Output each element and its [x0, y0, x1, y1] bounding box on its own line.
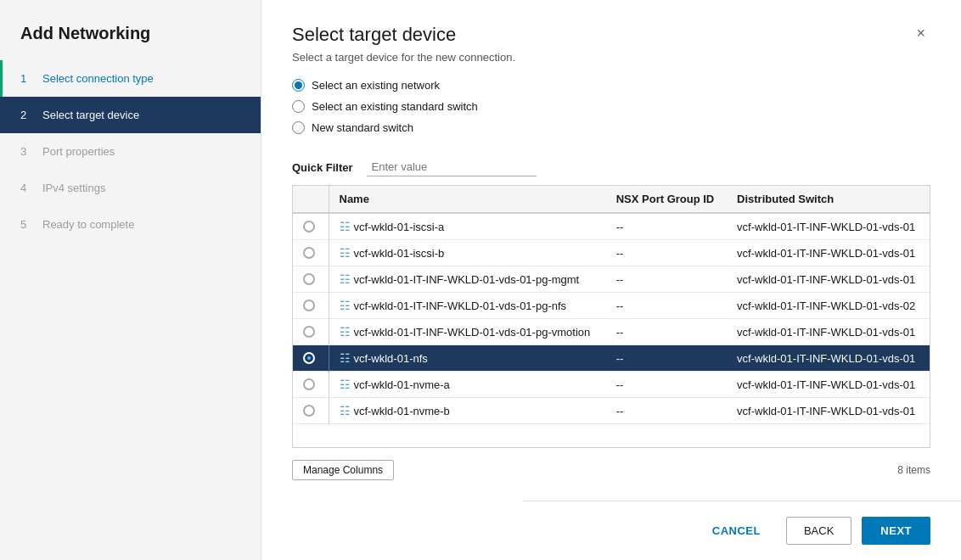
row-nsx: --	[606, 372, 727, 398]
table-footer: Manage Columns 8 items	[292, 453, 930, 480]
items-count: 8 items	[897, 464, 930, 476]
step-label: IPv4 settings	[42, 182, 105, 194]
row-nsx: --	[606, 345, 727, 372]
row-nsx: --	[606, 240, 727, 266]
table-row[interactable]: ☷ vcf-wkld-01-IT-INF-WKLD-01-vds-01-pg-m…	[293, 266, 930, 293]
table-row[interactable]: ☷ vcf-wkld-01-iscsi-b -- vcf-wkld-01-IT-…	[293, 240, 930, 266]
row-radio-cell	[293, 293, 325, 319]
row-name: ☷ vcf-wkld-01-iscsi-a	[329, 213, 606, 240]
network-icon: ☷	[340, 272, 354, 286]
sidebar: Add Networking 1Select connection type2S…	[0, 0, 261, 560]
row-name: ☷ vcf-wkld-01-iscsi-b	[329, 240, 606, 266]
filter-label: Quick Filter	[292, 161, 353, 174]
row-radio[interactable]	[303, 247, 315, 259]
back-button[interactable]: BACK	[786, 517, 851, 545]
radio-group: Select an existing networkSelect an exis…	[292, 79, 930, 143]
row-nsx: --	[606, 293, 727, 319]
row-radio[interactable]	[303, 221, 315, 232]
step-label: Ready to complete	[42, 218, 134, 231]
step-label: Select connection type	[42, 72, 154, 85]
row-nsx: --	[606, 319, 727, 345]
page-title: Select target device	[292, 24, 456, 46]
network-icon: ☷	[340, 404, 354, 417]
row-switch: vcf-wkld-01-IT-INF-WKLD-01-vds-02	[727, 293, 930, 319]
row-switch: vcf-wkld-01-IT-INF-WKLD-01-vds-01	[727, 240, 930, 266]
network-table: Name NSX Port Group ID Distributed Switc…	[293, 186, 930, 424]
filter-input[interactable]	[367, 158, 537, 176]
radio-input-0[interactable]	[292, 79, 305, 92]
col-nsx: NSX Port Group ID	[606, 186, 727, 213]
row-radio-cell	[293, 398, 325, 424]
row-name: ☷ vcf-wkld-01-IT-INF-WKLD-01-vds-01-pg-n…	[329, 293, 606, 319]
row-nsx: --	[606, 213, 727, 240]
sidebar-step-0[interactable]: 1Select connection type	[0, 60, 261, 97]
row-radio-cell	[293, 266, 325, 293]
row-nsx: --	[606, 266, 727, 293]
add-networking-modal: Add Networking 1Select connection type2S…	[0, 0, 961, 560]
row-radio[interactable]	[303, 378, 315, 390]
network-table-container: Name NSX Port Group ID Distributed Switc…	[292, 185, 930, 448]
step-num: 3	[20, 145, 34, 158]
row-switch: vcf-wkld-01-IT-INF-WKLD-01-vds-01	[727, 372, 930, 398]
row-radio[interactable]	[303, 352, 315, 364]
radio-label-0: Select an existing network	[312, 79, 440, 92]
radio-input-1[interactable]	[292, 100, 305, 113]
row-switch: vcf-wkld-01-IT-INF-WKLD-01-vds-01	[727, 345, 930, 372]
step-label: Select target device	[42, 109, 139, 121]
col-radio	[293, 186, 325, 213]
row-name: ☷ vcf-wkld-01-nfs	[329, 345, 606, 372]
row-radio-cell	[293, 213, 325, 240]
manage-columns-button[interactable]: Manage Columns	[292, 460, 394, 480]
radio-option-1[interactable]: Select an existing standard switch	[292, 100, 930, 113]
row-radio[interactable]	[303, 273, 315, 285]
row-switch: vcf-wkld-01-IT-INF-WKLD-01-vds-01	[727, 213, 930, 240]
step-num: 4	[20, 182, 34, 194]
close-button[interactable]: ×	[911, 24, 930, 42]
content-header: Select target device ×	[292, 24, 930, 46]
sidebar-step-1: 2Select target device	[0, 97, 261, 133]
row-name: ☷ vcf-wkld-01-nvme-b	[329, 398, 606, 424]
network-icon: ☷	[340, 299, 354, 312]
row-radio[interactable]	[303, 405, 315, 417]
row-radio-cell	[293, 345, 325, 372]
table-row[interactable]: ☷ vcf-wkld-01-iscsi-a -- vcf-wkld-01-IT-…	[293, 213, 930, 240]
row-radio-cell	[293, 372, 325, 398]
table-row[interactable]: ☷ vcf-wkld-01-nvme-b -- vcf-wkld-01-IT-I…	[293, 398, 930, 424]
row-name: ☷ vcf-wkld-01-IT-INF-WKLD-01-vds-01-pg-m…	[329, 266, 606, 293]
row-radio-cell	[293, 319, 325, 345]
network-icon: ☷	[340, 351, 354, 365]
main-content: Select target device × Select a target d…	[261, 0, 961, 560]
row-radio-cell	[293, 240, 325, 266]
radio-label-1: Select an existing standard switch	[312, 100, 478, 113]
radio-input-2[interactable]	[292, 121, 305, 134]
table-row[interactable]: ☷ vcf-wkld-01-IT-INF-WKLD-01-vds-01-pg-n…	[293, 293, 930, 319]
network-icon: ☷	[340, 246, 354, 260]
row-switch: vcf-wkld-01-IT-INF-WKLD-01-vds-01	[727, 266, 930, 293]
content-subtitle: Select a target device for the new conne…	[292, 51, 930, 64]
radio-option-0[interactable]: Select an existing network	[292, 79, 930, 92]
row-nsx: --	[606, 398, 727, 424]
table-header-row: Name NSX Port Group ID Distributed Switc…	[293, 186, 930, 213]
step-num: 5	[20, 218, 34, 231]
radio-label-2: New standard switch	[312, 121, 413, 134]
row-radio[interactable]	[303, 300, 315, 311]
next-button[interactable]: NEXT	[862, 517, 930, 545]
sidebar-step-2: 3Port properties	[0, 133, 261, 170]
row-radio[interactable]	[303, 326, 315, 338]
sidebar-step-3: 4IPv4 settings	[0, 170, 261, 206]
network-icon: ☷	[340, 220, 354, 233]
cancel-button[interactable]: CANCEL	[697, 517, 776, 545]
radio-option-2[interactable]: New standard switch	[292, 121, 930, 134]
step-num: 1	[20, 72, 34, 85]
row-name: ☷ vcf-wkld-01-nvme-a	[329, 372, 606, 398]
table-row[interactable]: ☷ vcf-wkld-01-nfs -- vcf-wkld-01-IT-INF-…	[293, 345, 930, 372]
step-num: 2	[20, 109, 34, 121]
step-label: Port properties	[42, 145, 115, 158]
col-name: Name	[329, 186, 606, 213]
sidebar-title: Add Networking	[0, 0, 261, 60]
table-row[interactable]: ☷ vcf-wkld-01-IT-INF-WKLD-01-vds-01-pg-v…	[293, 319, 930, 345]
table-row[interactable]: ☷ vcf-wkld-01-nvme-a -- vcf-wkld-01-IT-I…	[293, 372, 930, 398]
network-icon: ☷	[340, 325, 354, 339]
network-icon: ☷	[340, 378, 354, 391]
row-switch: vcf-wkld-01-IT-INF-WKLD-01-vds-01	[727, 319, 930, 345]
